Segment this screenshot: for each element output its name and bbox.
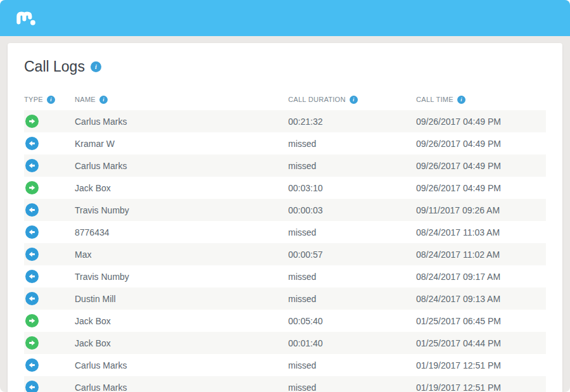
- table-row: Travis Numby missed 08/24/2017 09:17 AM: [24, 265, 546, 288]
- call-duration-cell: 00:01:40: [288, 338, 416, 348]
- table-row: Jack Box 00:01:40 01/25/2017 04:44 PM: [24, 332, 546, 354]
- call-time-cell: 09/26/2017 04:49 PM: [416, 117, 546, 127]
- call-time-cell: 09/11/2017 09:26 AM: [416, 205, 546, 215]
- table-row: Kramar W missed 09/26/2017 04:49 PM: [24, 132, 546, 155]
- call-duration-cell: missed: [288, 227, 416, 237]
- call-type-cell: [24, 381, 75, 392]
- table-row: Jack Box 00:03:10 09/26/2017 04:49 PM: [24, 177, 546, 199]
- call-name-cell: Travis Numby: [75, 205, 288, 215]
- call-duration-cell: 00:21:32: [288, 117, 416, 127]
- call-time-cell: 09/26/2017 04:49 PM: [416, 139, 546, 149]
- column-header-name: NAME i: [75, 96, 288, 104]
- call-duration-cell: missed: [288, 383, 416, 392]
- column-header-call-time-label: CALL TIME: [416, 96, 453, 103]
- call-time-cell: 08/24/2017 09:13 AM: [416, 294, 546, 304]
- outgoing-call-icon: [25, 314, 39, 327]
- column-header-call-time: CALL TIME i: [416, 96, 546, 104]
- incoming-call-icon: [25, 137, 39, 150]
- outgoing-call-icon: [25, 181, 39, 194]
- column-header-type-label: TYPE: [24, 96, 43, 103]
- call-name-cell: Travis Numby: [75, 272, 288, 282]
- mspy-logo[interactable]: [14, 8, 37, 27]
- call-name-cell: Carlus Marks: [75, 383, 288, 392]
- column-header-call-duration: CALL DURATION i: [288, 96, 416, 104]
- call-duration-cell: 00:05:40: [288, 316, 416, 326]
- call-type-cell: [24, 292, 75, 305]
- call-time-cell: 08/24/2017 11:02 AM: [416, 250, 546, 260]
- app-window: Call Logs i TYPE i NAME i CALL DURATION …: [0, 0, 570, 392]
- incoming-call-icon: [25, 203, 39, 217]
- call-logs-card: Call Logs i TYPE i NAME i CALL DURATION …: [8, 43, 562, 392]
- call-name-cell: Carlus Marks: [75, 117, 288, 127]
- call-duration-cell: 00:00:57: [288, 250, 416, 260]
- info-icon[interactable]: i: [47, 96, 55, 104]
- call-time-cell: 08/24/2017 11:03 AM: [416, 227, 546, 237]
- table-row: 8776434 missed 08/24/2017 11:03 AM: [24, 221, 546, 243]
- incoming-call-icon: [25, 248, 39, 261]
- column-header-name-label: NAME: [75, 96, 96, 103]
- page-title: Call Logs: [24, 57, 85, 76]
- call-name-cell: 8776434: [75, 227, 288, 237]
- incoming-call-icon: [25, 270, 39, 283]
- call-name-cell: Jack Box: [75, 183, 288, 193]
- table-row: Carlus Marks missed 01/19/2017 12:51 PM: [24, 354, 546, 376]
- mspy-logo-icon: [14, 8, 37, 27]
- info-icon[interactable]: i: [350, 96, 358, 104]
- call-type-cell: [24, 159, 75, 172]
- call-duration-cell: 00:03:10: [288, 183, 416, 193]
- call-duration-cell: missed: [288, 360, 416, 370]
- call-name-cell: Kramar W: [75, 139, 288, 149]
- call-type-cell: [24, 225, 75, 239]
- call-duration-cell: missed: [288, 272, 416, 282]
- outgoing-call-icon: [25, 336, 39, 350]
- table-row: Dustin Mill missed 08/24/2017 09:13 AM: [24, 288, 546, 310]
- info-icon[interactable]: i: [91, 61, 101, 72]
- call-type-cell: [24, 314, 75, 327]
- call-type-cell: [24, 270, 75, 283]
- call-time-cell: 08/24/2017 09:17 AM: [416, 272, 546, 282]
- table-row: Max 00:00:57 08/24/2017 11:02 AM: [24, 243, 546, 265]
- call-table-body: Carlus Marks 00:21:32 09/26/2017 04:49 P…: [24, 110, 546, 392]
- table-row: Jack Box 00:05:40 01/25/2017 06:45 PM: [24, 310, 546, 332]
- call-duration-cell: missed: [288, 161, 416, 171]
- call-name-cell: Max: [75, 250, 288, 260]
- info-icon[interactable]: i: [457, 96, 466, 104]
- incoming-call-icon: [25, 358, 39, 372]
- incoming-call-icon: [25, 381, 39, 392]
- table-row: Carlus Marks missed 01/19/2017 12:51 PM: [24, 376, 546, 392]
- incoming-call-icon: [25, 292, 39, 305]
- page-header: Call Logs i: [24, 57, 546, 76]
- outgoing-call-icon: [25, 115, 39, 128]
- info-icon[interactable]: i: [99, 96, 108, 104]
- top-nav-bar: [0, 0, 570, 36]
- incoming-call-icon: [25, 159, 39, 172]
- call-time-cell: 01/25/2017 04:44 PM: [416, 338, 546, 348]
- call-type-cell: [24, 358, 75, 372]
- call-time-cell: 09/26/2017 04:49 PM: [416, 183, 546, 193]
- call-type-cell: [24, 248, 75, 261]
- call-type-cell: [24, 115, 75, 128]
- call-duration-cell: missed: [288, 294, 416, 304]
- table-row: Travis Numby 00:00:03 09/11/2017 09:26 A…: [24, 199, 546, 221]
- table-header: TYPE i NAME i CALL DURATION i CALL TIME …: [24, 89, 546, 110]
- call-time-cell: 01/25/2017 06:45 PM: [416, 316, 546, 326]
- column-header-call-duration-label: CALL DURATION: [288, 96, 346, 103]
- call-type-cell: [24, 137, 75, 150]
- call-type-cell: [24, 336, 75, 350]
- call-name-cell: Carlus Marks: [75, 360, 288, 370]
- call-time-cell: 09/26/2017 04:49 PM: [416, 161, 546, 171]
- call-name-cell: Dustin Mill: [75, 294, 288, 304]
- call-name-cell: Jack Box: [75, 338, 288, 348]
- call-name-cell: Jack Box: [75, 316, 288, 326]
- incoming-call-icon: [25, 225, 39, 239]
- call-name-cell: Carlus Marks: [75, 161, 288, 171]
- call-duration-cell: 00:00:03: [288, 205, 416, 215]
- call-time-cell: 01/19/2017 12:51 PM: [416, 360, 546, 370]
- table-row: Carlus Marks missed 09/26/2017 04:49 PM: [24, 155, 546, 177]
- call-type-cell: [24, 203, 75, 217]
- call-type-cell: [24, 181, 75, 194]
- call-time-cell: 01/19/2017 12:51 PM: [416, 383, 546, 392]
- table-row: Carlus Marks 00:21:32 09/26/2017 04:49 P…: [24, 110, 546, 132]
- call-duration-cell: missed: [288, 139, 416, 149]
- column-header-type: TYPE i: [24, 96, 75, 104]
